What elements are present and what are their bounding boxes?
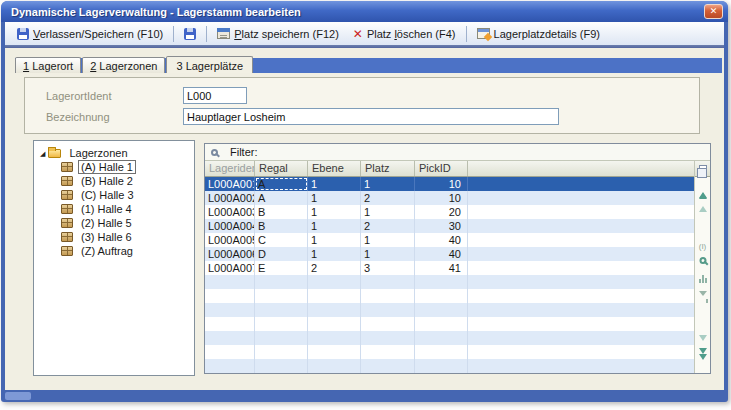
column-header-pickid[interactable]: PickID [415, 161, 468, 176]
cell-regal[interactable]: D [255, 247, 308, 261]
nav-filter-icon[interactable] [699, 291, 707, 296]
nav-next-page-button[interactable] [699, 335, 707, 341]
cell-pickid[interactable]: 40 [415, 247, 468, 261]
cell-lagerident[interactable]: L000A003 [205, 205, 255, 219]
cell-ebene[interactable]: 1 [308, 205, 361, 219]
tree-item-auftrag[interactable]: (Z) Auftrag [34, 244, 194, 258]
lagerort-form-group: LagerortIdent Bezeichnung [24, 77, 700, 134]
nav-search-icon[interactable] [699, 257, 706, 264]
lagerplaetze-grid: Filter: Lagerident Regal Ebene Platz Pic… [204, 143, 711, 374]
cell-ebene[interactable]: 2 [308, 261, 361, 275]
table-row[interactable]: L000A001 A 1 1 10 [205, 177, 694, 191]
cell-ebene[interactable]: 1 [308, 191, 361, 205]
cell-platz[interactable]: 3 [361, 261, 415, 275]
cell-regal[interactable]: A [255, 191, 308, 205]
column-chooser-button[interactable] [695, 161, 710, 177]
cell-lagerident[interactable]: L000A004 [205, 219, 255, 233]
tree-item-halle-4[interactable]: (1) Halle 4 [34, 202, 194, 216]
tree-item-halle-1[interactable]: (A) Halle 1 [34, 160, 194, 174]
toolbar-button-label: Lagerplatzdetails (F9) [494, 28, 600, 40]
grid-filter-row[interactable]: Filter: [205, 144, 710, 161]
table-row[interactable]: L000A003 B 1 1 20 [205, 205, 694, 219]
cell-pickid[interactable]: 30 [415, 219, 468, 233]
tab-lagerzonen[interactable]: 2 Lagerzonen [82, 57, 165, 73]
filter-label: Filter: [230, 146, 258, 158]
tree-item-label: (1) Halle 4 [78, 202, 135, 216]
nav-first-row-button[interactable] [699, 180, 707, 192]
cell-filler [468, 233, 694, 247]
tree-expander-icon[interactable]: ◢ [40, 150, 45, 157]
cell-regal[interactable]: B [255, 205, 308, 219]
cell-platz[interactable]: 1 [361, 177, 415, 191]
platz-loeschen-button[interactable]: ✕ Platz löschen (F4) [346, 23, 463, 44]
cell-ebene[interactable]: 1 [308, 233, 361, 247]
table-row[interactable]: L000A006 D 1 1 40 [205, 247, 694, 261]
cell-lagerident[interactable]: L000A002 [205, 191, 255, 205]
tree-item-halle-6[interactable]: (3) Halle 6 [34, 230, 194, 244]
cell-pickid[interactable]: 20 [415, 205, 468, 219]
column-header-platz[interactable]: Platz [361, 161, 415, 176]
cell-ebene[interactable]: 1 [308, 247, 361, 261]
tab-lagerort[interactable]: 1 Lagerort [15, 57, 81, 73]
details-icon [477, 28, 490, 39]
cell-lagerident[interactable]: L000A006 [205, 247, 255, 261]
tree-item-halle-3[interactable]: (C) Halle 3 [34, 188, 194, 202]
cell-regal-focused[interactable]: A [255, 177, 308, 191]
cell-ebene[interactable]: 1 [308, 177, 361, 191]
column-header-ebene[interactable]: Ebene [308, 161, 361, 176]
tree-item-label: (2) Halle 5 [78, 216, 135, 230]
tree-item-halle-2[interactable]: (B) Halle 2 [34, 174, 194, 188]
cell-filler [468, 205, 694, 219]
nav-prev-row-button[interactable] [699, 193, 707, 199]
table-row[interactable]: L000A004 B 1 2 30 [205, 219, 694, 233]
cell-pickid[interactable]: 10 [415, 191, 468, 205]
column-header-lagerident[interactable]: Lagerident [205, 161, 255, 176]
nav-chart-icon[interactable] [699, 275, 707, 283]
column-chooser-icon [699, 165, 707, 173]
zone-crate-icon [61, 218, 73, 228]
tree-root-lagerzonen[interactable]: ◢ Lagerzonen [34, 146, 194, 160]
nav-edit-brackets-icon[interactable]: (I) [699, 243, 707, 251]
nav-last-row-button[interactable] [699, 360, 707, 372]
close-icon: ✕ [710, 7, 718, 16]
tree-item-halle-5[interactable]: (2) Halle 5 [34, 216, 194, 230]
cell-platz[interactable]: 1 [361, 205, 415, 219]
tab-lagerplaetze[interactable]: 3 Lagerplätze [166, 56, 253, 73]
empty-row [205, 289, 694, 303]
table-row[interactable]: L000A002 A 1 2 10 [205, 191, 694, 205]
save-button[interactable] [177, 23, 203, 44]
tree-item-label: (A) Halle 1 [78, 160, 136, 174]
cell-lagerident[interactable]: L000A001 [205, 177, 255, 191]
cell-regal[interactable]: B [255, 219, 308, 233]
cell-pickid[interactable]: 40 [415, 233, 468, 247]
column-header-regal[interactable]: Regal [255, 161, 308, 176]
cell-ebene[interactable]: 1 [308, 219, 361, 233]
cell-pickid[interactable]: 10 [415, 177, 468, 191]
client-area: Verlassen/Speichern (F10) Platz speicher… [5, 22, 724, 390]
cell-platz[interactable]: 2 [361, 191, 415, 205]
table-row[interactable]: L000A005 C 1 1 40 [205, 233, 694, 247]
close-button[interactable]: ✕ [704, 4, 723, 19]
app-window: Dynamische Lagerverwaltung - Lagerstamm … [1, 1, 728, 402]
bezeichnung-input[interactable] [183, 108, 559, 125]
verlassen-speichern-button[interactable]: Verlassen/Speichern (F10) [10, 23, 170, 44]
cell-lagerident[interactable]: L000A005 [205, 233, 255, 247]
cell-lagerident[interactable]: L000A007 [205, 261, 255, 275]
lagerplatzdetails-button[interactable]: Lagerplatzdetails (F9) [470, 23, 607, 44]
cell-platz[interactable]: 1 [361, 233, 415, 247]
cell-platz[interactable]: 1 [361, 247, 415, 261]
cell-regal[interactable]: E [255, 261, 308, 275]
cell-platz[interactable]: 2 [361, 219, 415, 233]
lagerortident-input[interactable] [183, 87, 247, 104]
toolbar-button-label: Platz speichern (F12) [234, 28, 339, 40]
cell-regal[interactable]: C [255, 233, 308, 247]
toolbar-button-label: Verlassen/Speichern (F10) [33, 28, 163, 40]
delete-icon: ✕ [353, 28, 363, 40]
tree-item-label: (Z) Auftrag [78, 244, 136, 258]
lagerortident-label: LagerortIdent [46, 90, 183, 102]
cell-pickid[interactable]: 41 [415, 261, 468, 275]
nav-prev-page-button[interactable] [699, 206, 707, 212]
platz-speichern-button[interactable]: Platz speichern (F12) [210, 23, 346, 44]
table-row[interactable]: L000A007 E 2 3 41 [205, 261, 694, 275]
save-icon [184, 28, 196, 40]
